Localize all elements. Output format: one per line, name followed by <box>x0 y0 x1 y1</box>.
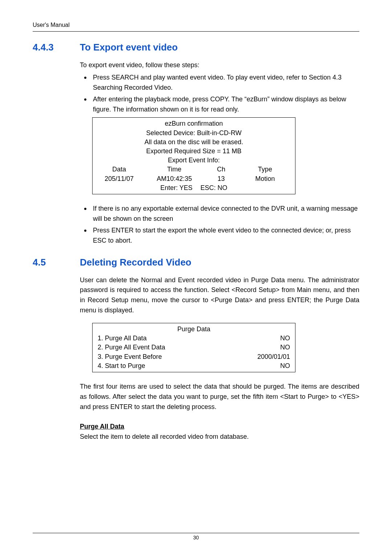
bullet-text: If there is no any exportable external d… <box>93 204 359 224</box>
intro-line: To export event video, follow these step… <box>80 60 359 70</box>
ezburn-data-row: 205/11/07 AM10:42:35 13 Motion <box>96 174 291 183</box>
bullet-icon <box>84 77 86 79</box>
page-number: 30 <box>33 533 359 540</box>
esc-no: ESC: NO <box>200 183 227 193</box>
purge-row-label: 3. Purge Event Before <box>98 352 162 361</box>
heading-text: To Export event video <box>80 42 178 53</box>
ezburn-header-row: Data Time Ch Type <box>96 165 291 174</box>
ezburn-line: Exported Required Size = 11 MB <box>96 147 291 156</box>
heading-number: 4.4.3 <box>33 42 80 53</box>
purge-row-value: NO <box>280 361 290 370</box>
bullet-text: Press SEARCH and play wanted event video… <box>93 73 359 93</box>
col-time: Time <box>145 165 204 174</box>
cell-ch: 13 <box>204 174 239 183</box>
bullet-icon <box>84 208 86 210</box>
col-data: Data <box>96 165 145 174</box>
ezburn-box: ezBurn confirmation Selected Device: Bui… <box>92 117 295 194</box>
bullet-icon <box>84 98 86 101</box>
heading-text: Deleting Recorded Video <box>80 257 191 268</box>
purge-row-label: 1. Purge All Data <box>98 334 147 343</box>
ezburn-title: ezBurn confirmation <box>96 119 291 128</box>
heading-number: 4.5 <box>33 257 80 268</box>
enter-yes: Enter: YES <box>160 183 193 193</box>
purge-row-value: NO <box>280 334 290 343</box>
cell-data: 205/11/07 <box>96 174 145 183</box>
bullet-text: After entering the playback mode, press … <box>93 94 359 115</box>
cell-time: AM10:42:35 <box>145 174 204 183</box>
purge-row-value: 2000/01/01 <box>257 352 290 361</box>
purge-title: Purge Data <box>98 325 290 334</box>
ezburn-line: Export Event Info: <box>96 156 291 165</box>
cell-type: Motion <box>239 174 291 183</box>
purge-row-value: NO <box>280 343 290 352</box>
col-ch: Ch <box>204 165 239 174</box>
paragraph: Select the item to delete all recorded v… <box>80 432 359 442</box>
bullet-text: Press ENTER to start the export the whol… <box>93 226 359 246</box>
paragraph: The first four items are used to select … <box>80 382 359 412</box>
col-type: Type <box>239 165 291 174</box>
running-header: User's Manual <box>33 22 359 32</box>
subheading-purge-all-data: Purge All Data <box>80 422 359 432</box>
paragraph: User can delete the Normal and Event rec… <box>80 275 359 316</box>
purge-row-label: 4. Start to Purge <box>98 361 145 370</box>
purge-row-label: 2. Purge All Event Data <box>98 343 165 352</box>
purge-box: Purge Data 1. Purge All DataNO 2. Purge … <box>92 323 295 372</box>
heading-4-4-3: 4.4.3 To Export event video <box>33 42 359 53</box>
bullet-icon <box>84 230 86 232</box>
heading-4-5: 4.5 Deleting Recorded Video <box>33 257 359 268</box>
ezburn-line: All data on the disc will be erased. <box>96 138 291 147</box>
ezburn-line: Selected Device: Built-in-CD-RW <box>96 129 291 138</box>
